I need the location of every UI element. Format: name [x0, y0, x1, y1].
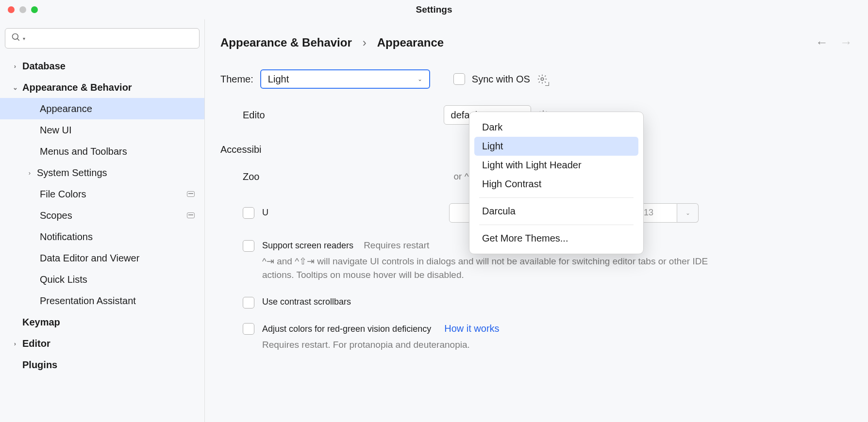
sidebar-item-label: New UI	[40, 125, 72, 136]
sync-with-os-label: Sync with OS	[472, 74, 530, 85]
sidebar-item-label: Appearance	[40, 103, 92, 114]
screen-readers-hint: ^⇥ and ^⇧⇥ will navigate UI controls in …	[262, 255, 718, 282]
titlebar: Settings	[0, 0, 868, 19]
window-close-button[interactable]	[8, 6, 15, 13]
sidebar-item-appearance[interactable]: Appearance	[0, 98, 204, 119]
breadcrumb-current: Appearance	[377, 36, 444, 49]
requires-restart-badge: Requires restart	[364, 240, 429, 250]
editor-scheme-label: Edito	[243, 110, 265, 121]
sidebar-item-label: Notifications	[40, 231, 93, 243]
sidebar-item-label: File Colors	[40, 189, 86, 200]
sidebar-item-menus-and-toolbars[interactable]: Menus and Toolbars	[0, 141, 204, 162]
contrast-scrollbars-checkbox[interactable]	[243, 297, 254, 308]
sidebar-item-label: Scopes	[40, 210, 72, 221]
sidebar-item-label: System Settings	[37, 167, 107, 179]
sidebar-item-file-colors[interactable]: File Colors	[0, 183, 204, 205]
sidebar-item-label: Presentation Assistant	[40, 295, 136, 307]
contrast-scrollbars-label: Use contrast scrollbars	[262, 297, 351, 307]
color-deficiency-hint: Requires restart. For protanopia and deu…	[262, 338, 500, 352]
theme-option-light-with-light-header[interactable]: Light with Light Header	[474, 156, 638, 175]
sidebar-item-editor[interactable]: ›Editor	[0, 333, 204, 354]
theme-label: Theme:	[220, 74, 253, 85]
theme-option-light[interactable]: Light	[474, 137, 638, 156]
use-custom-font-label: U	[262, 208, 268, 218]
theme-option-high-contrast[interactable]: High Contrast	[474, 175, 638, 194]
chevron-down-icon: ⌄	[417, 76, 422, 82]
chevron-right-icon: ›	[12, 340, 18, 347]
theme-select-value: Light	[268, 74, 289, 85]
search-icon	[11, 32, 21, 45]
screen-readers-label: Support screen readers	[262, 241, 353, 250]
screen-readers-checkbox[interactable]	[243, 240, 254, 252]
window-minimize-button[interactable]	[19, 6, 26, 13]
sidebar-item-scopes[interactable]: Scopes	[0, 205, 204, 226]
color-deficiency-label: Adjust colors for red-green vision defic…	[262, 324, 431, 334]
breadcrumb: Appearance & Behavior › Appearance	[220, 36, 444, 49]
sidebar-item-label: Quick Lists	[40, 274, 87, 285]
theme-select[interactable]: Light ⌄	[260, 69, 430, 89]
svg-point-2	[541, 78, 544, 81]
chevron-right-icon: ›	[26, 169, 33, 177]
sidebar-item-data-editor-and-viewer[interactable]: Data Editor and Viewer	[0, 247, 204, 269]
sidebar-item-database[interactable]: ›Database	[0, 55, 204, 77]
sidebar-item-system-settings[interactable]: ›System Settings	[0, 162, 204, 183]
dropdown-separator	[479, 197, 634, 198]
window-title: Settings	[416, 4, 452, 15]
sidebar-item-label: Appearance & Behavior	[22, 82, 132, 93]
sync-with-os-checkbox[interactable]	[453, 73, 465, 85]
sidebar-item-notifications[interactable]: Notifications	[0, 226, 204, 247]
theme-dropdown-popup: DarkLightLight with Light HeaderHigh Con…	[469, 112, 644, 254]
sidebar-item-label: Keymap	[22, 317, 60, 328]
project-level-badge-icon	[187, 212, 195, 218]
nav-forward-button[interactable]: →	[840, 35, 852, 50]
breadcrumb-parent[interactable]: Appearance & Behavior	[220, 36, 352, 49]
sidebar-item-new-ui[interactable]: New UI	[0, 119, 204, 141]
how-it-works-link[interactable]: How it works	[444, 323, 499, 334]
sidebar-item-label: Database	[22, 61, 66, 72]
theme-option-darcula[interactable]: Darcula	[474, 202, 638, 221]
svg-line-1	[17, 38, 19, 40]
sidebar-item-presentation-assistant[interactable]: Presentation Assistant	[0, 290, 204, 311]
zoom-label: Zoo	[243, 171, 259, 182]
nav-back-button[interactable]: ←	[816, 35, 828, 50]
sidebar-item-appearance-behavior[interactable]: ⌄Appearance & Behavior	[0, 77, 204, 98]
svg-point-0	[13, 33, 18, 39]
settings-sidebar: ▾ ›Database⌄Appearance & BehaviorAppeara…	[0, 19, 205, 422]
sidebar-item-plugins[interactable]: Plugins	[0, 354, 204, 375]
theme-option-dark[interactable]: Dark	[474, 118, 638, 137]
gear-icon[interactable]	[537, 74, 548, 84]
sidebar-item-keymap[interactable]: Keymap	[0, 311, 204, 333]
chevron-down-icon: ⌄	[12, 84, 18, 91]
project-level-badge-icon	[187, 191, 195, 197]
sidebar-item-quick-lists[interactable]: Quick Lists	[0, 269, 204, 290]
settings-content: Appearance & Behavior › Appearance ← → T…	[205, 19, 868, 422]
chevron-right-icon: ›	[12, 63, 18, 70]
sidebar-item-label: Menus and Toolbars	[40, 146, 127, 157]
sidebar-item-label: Plugins	[22, 359, 57, 371]
dropdown-separator	[479, 225, 634, 225]
sidebar-item-label: Data Editor and Viewer	[40, 253, 139, 264]
theme-option-get-more-themes-[interactable]: Get More Themes...	[474, 229, 638, 248]
sidebar-item-label: Editor	[22, 338, 50, 349]
use-custom-font-checkbox[interactable]	[243, 207, 254, 219]
color-deficiency-checkbox[interactable]	[243, 323, 254, 335]
font-size-stepper[interactable]: ⌄	[677, 203, 699, 223]
breadcrumb-separator: ›	[363, 36, 367, 49]
window-maximize-button[interactable]	[31, 6, 38, 13]
search-input[interactable]: ▾	[5, 28, 200, 49]
chevron-down-icon: ▾	[23, 36, 25, 41]
